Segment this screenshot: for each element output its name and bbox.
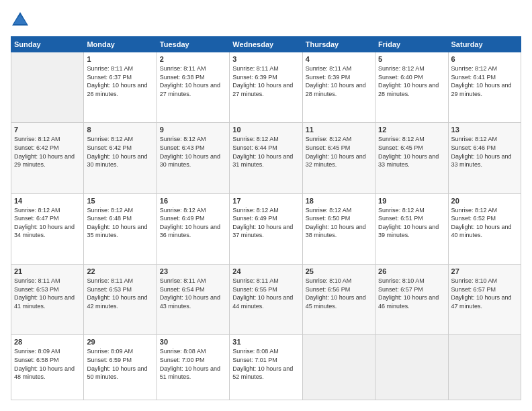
week-row-4: 21Sunrise: 8:11 AMSunset: 6:53 PMDayligh… [11,265,521,335]
calendar-cell [375,335,448,400]
day-number: 15 [87,197,153,205]
day-number: 9 [160,126,226,134]
day-info: Sunrise: 8:12 AMSunset: 6:49 PMDaylight:… [232,206,299,240]
calendar-cell: 13Sunrise: 8:12 AMSunset: 6:46 PMDayligh… [448,123,521,193]
day-number: 26 [378,267,445,275]
day-number: 5 [378,55,445,63]
day-number: 8 [87,126,153,134]
calendar-cell [11,52,84,123]
day-info: Sunrise: 8:11 AMSunset: 6:53 PMDaylight:… [87,277,153,310]
calendar-cell [302,335,375,400]
calendar-cell: 11Sunrise: 8:12 AMSunset: 6:45 PMDayligh… [302,123,375,193]
day-number: 17 [232,197,299,205]
day-number: 4 [306,55,372,63]
calendar-cell: 12Sunrise: 8:12 AMSunset: 6:45 PMDayligh… [375,123,448,193]
day-header-monday: Monday [84,37,157,52]
day-header-sunday: Sunday [11,37,84,52]
calendar-cell: 17Sunrise: 8:12 AMSunset: 6:49 PMDayligh… [230,193,302,264]
day-number: 3 [232,55,299,63]
calendar-cell: 23Sunrise: 8:11 AMSunset: 6:54 PMDayligh… [157,265,229,335]
calendar-cell: 19Sunrise: 8:12 AMSunset: 6:51 PMDayligh… [375,193,448,264]
week-row-2: 7Sunrise: 8:12 AMSunset: 6:42 PMDaylight… [11,123,521,193]
day-info: Sunrise: 8:11 AMSunset: 6:38 PMDaylight:… [160,64,226,98]
calendar-cell: 27Sunrise: 8:10 AMSunset: 6:57 PMDayligh… [448,265,521,335]
calendar-cell: 24Sunrise: 8:11 AMSunset: 6:55 PMDayligh… [230,265,302,335]
days-of-week-row: SundayMondayTuesdayWednesdayThursdayFrid… [11,37,521,52]
day-number: 2 [160,55,226,63]
calendar-cell [448,335,521,400]
day-number: 20 [451,197,518,205]
day-number: 7 [14,126,81,134]
calendar-cell: 4Sunrise: 8:11 AMSunset: 6:39 PMDaylight… [302,52,375,123]
day-info: Sunrise: 8:12 AMSunset: 6:50 PMDaylight:… [306,206,372,240]
day-number: 27 [451,267,518,275]
day-number: 6 [451,55,518,63]
day-info: Sunrise: 8:12 AMSunset: 6:42 PMDaylight:… [14,135,81,169]
day-number: 19 [378,197,445,205]
day-info: Sunrise: 8:11 AMSunset: 6:55 PMDaylight:… [232,277,299,310]
day-header-wednesday: Wednesday [230,37,302,52]
calendar-cell: 1Sunrise: 8:11 AMSunset: 6:37 PMDaylight… [84,52,157,123]
day-number: 28 [14,338,81,346]
day-info: Sunrise: 8:12 AMSunset: 6:43 PMDaylight:… [160,135,226,169]
page: SundayMondayTuesdayWednesdayThursdayFrid… [0,0,532,411]
calendar-cell: 5Sunrise: 8:12 AMSunset: 6:40 PMDaylight… [375,52,448,123]
day-header-saturday: Saturday [448,37,521,52]
day-number: 11 [306,126,372,134]
calendar-cell: 7Sunrise: 8:12 AMSunset: 6:42 PMDaylight… [11,123,84,193]
calendar-cell: 3Sunrise: 8:11 AMSunset: 6:39 PMDaylight… [230,52,302,123]
day-number: 25 [306,267,372,275]
day-header-friday: Friday [375,37,448,52]
day-number: 18 [306,197,372,205]
calendar-cell: 2Sunrise: 8:11 AMSunset: 6:38 PMDaylight… [157,52,229,123]
day-header-tuesday: Tuesday [157,37,229,52]
calendar-cell: 6Sunrise: 8:12 AMSunset: 6:41 PMDaylight… [448,52,521,123]
day-info: Sunrise: 8:12 AMSunset: 6:52 PMDaylight:… [451,206,518,240]
day-number: 21 [14,267,81,275]
day-number: 30 [160,338,226,346]
calendar-cell: 20Sunrise: 8:12 AMSunset: 6:52 PMDayligh… [448,193,521,264]
calendar-cell: 18Sunrise: 8:12 AMSunset: 6:50 PMDayligh… [302,193,375,264]
header [11,11,521,30]
day-info: Sunrise: 8:11 AMSunset: 6:37 PMDaylight:… [87,64,153,98]
day-info: Sunrise: 8:11 AMSunset: 6:54 PMDaylight:… [160,277,226,310]
day-info: Sunrise: 8:11 AMSunset: 6:39 PMDaylight:… [232,64,299,98]
day-number: 24 [232,267,299,275]
calendar-cell: 15Sunrise: 8:12 AMSunset: 6:48 PMDayligh… [84,193,157,264]
day-info: Sunrise: 8:12 AMSunset: 6:45 PMDaylight:… [306,135,372,169]
day-info: Sunrise: 8:12 AMSunset: 6:48 PMDaylight:… [87,206,153,240]
week-row-1: 1Sunrise: 8:11 AMSunset: 6:37 PMDaylight… [11,52,521,123]
day-info: Sunrise: 8:09 AMSunset: 6:59 PMDaylight:… [87,347,153,381]
calendar-cell: 10Sunrise: 8:12 AMSunset: 6:44 PMDayligh… [230,123,302,193]
day-info: Sunrise: 8:12 AMSunset: 6:45 PMDaylight:… [378,135,445,169]
calendar-cell: 21Sunrise: 8:11 AMSunset: 6:53 PMDayligh… [11,265,84,335]
day-info: Sunrise: 8:10 AMSunset: 6:56 PMDaylight:… [306,277,372,310]
calendar-cell: 25Sunrise: 8:10 AMSunset: 6:56 PMDayligh… [302,265,375,335]
calendar-cell: 29Sunrise: 8:09 AMSunset: 6:59 PMDayligh… [84,335,157,400]
day-info: Sunrise: 8:11 AMSunset: 6:53 PMDaylight:… [14,277,81,310]
day-number: 22 [87,267,153,275]
day-info: Sunrise: 8:10 AMSunset: 6:57 PMDaylight:… [378,277,445,310]
day-number: 12 [378,126,445,134]
svg-marker-1 [13,15,27,24]
day-info: Sunrise: 8:12 AMSunset: 6:47 PMDaylight:… [14,206,81,240]
day-number: 16 [160,197,226,205]
day-info: Sunrise: 8:12 AMSunset: 6:46 PMDaylight:… [451,135,518,169]
day-number: 23 [160,267,226,275]
day-info: Sunrise: 8:08 AMSunset: 7:01 PMDaylight:… [232,347,299,381]
day-header-thursday: Thursday [302,37,375,52]
day-info: Sunrise: 8:12 AMSunset: 6:49 PMDaylight:… [160,206,226,240]
calendar-header: SundayMondayTuesdayWednesdayThursdayFrid… [11,37,521,52]
day-info: Sunrise: 8:12 AMSunset: 6:41 PMDaylight:… [451,64,518,98]
day-info: Sunrise: 8:09 AMSunset: 6:58 PMDaylight:… [14,347,81,381]
calendar-cell: 31Sunrise: 8:08 AMSunset: 7:01 PMDayligh… [230,335,302,400]
day-info: Sunrise: 8:10 AMSunset: 6:57 PMDaylight:… [451,277,518,310]
calendar-cell: 9Sunrise: 8:12 AMSunset: 6:43 PMDaylight… [157,123,229,193]
logo-icon [11,11,30,30]
day-number: 1 [87,55,153,63]
calendar-cell: 28Sunrise: 8:09 AMSunset: 6:58 PMDayligh… [11,335,84,400]
day-number: 13 [451,126,518,134]
day-info: Sunrise: 8:12 AMSunset: 6:40 PMDaylight:… [378,64,445,98]
day-info: Sunrise: 8:12 AMSunset: 6:44 PMDaylight:… [232,135,299,169]
day-number: 29 [87,338,153,346]
